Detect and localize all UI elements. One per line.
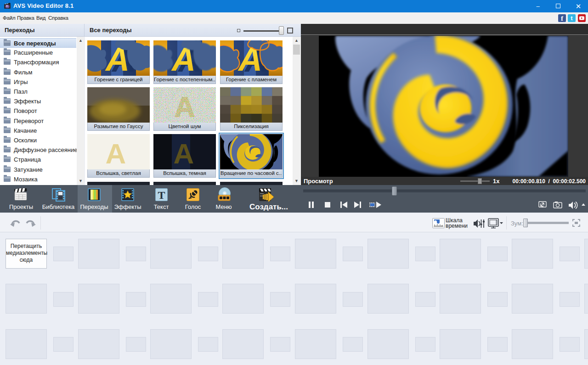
- svg-text:T: T: [158, 189, 165, 201]
- svg-text:A: A: [174, 138, 194, 169]
- svg-text:A: A: [106, 138, 126, 169]
